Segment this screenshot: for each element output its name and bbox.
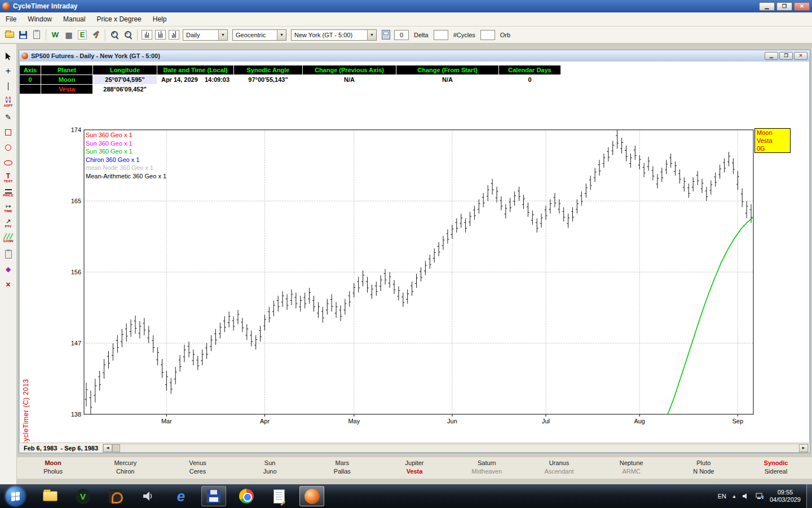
price-tool[interactable]: PRICE <box>1 187 16 199</box>
chart-area[interactable]: 138147156165174MarAprMayJunJulAugSep Sun… <box>20 107 809 443</box>
clock[interactable]: 09:55 04/03/2029 <box>770 489 801 503</box>
pencil-tool[interactable]: ✎ <box>1 111 16 123</box>
time-tool[interactable]: ↦ TIME <box>1 202 16 214</box>
scrollbar-track[interactable] <box>120 444 799 452</box>
delta-field[interactable] <box>434 30 448 40</box>
text-tool[interactable]: T TEXT <box>1 172 16 184</box>
chart-maximize-button[interactable]: ❐ <box>779 52 793 60</box>
cycles-field[interactable] <box>480 30 495 40</box>
menu-window[interactable]: Window <box>22 15 58 23</box>
bar-style-1-button[interactable] <box>140 29 153 41</box>
chart-window-titlebar[interactable]: SP500 Futures - Daily - New York (GT - 5… <box>19 50 810 62</box>
copy-tool[interactable] <box>1 248 16 260</box>
start-button[interactable] <box>6 487 25 506</box>
planet-secondary-name[interactable]: Chiron <box>89 467 161 476</box>
save-button[interactable] <box>16 29 30 41</box>
planet-secondary-name[interactable]: N Node <box>668 467 740 476</box>
taskbar-media-button[interactable]: V <box>70 486 95 506</box>
scroll-right-button[interactable]: ► <box>799 444 808 452</box>
planet-name[interactable]: Uranus <box>523 459 595 467</box>
delete-tool[interactable]: × <box>1 278 16 291</box>
show-desktop-button[interactable] <box>806 484 812 508</box>
ellipse-tool[interactable] <box>1 156 16 169</box>
planet-column[interactable]: SynodicSidereal <box>740 457 812 479</box>
tools-button[interactable] <box>89 29 103 41</box>
taskbar-ie-button[interactable]: e <box>169 486 193 506</box>
planet-secondary-name[interactable]: ARMC <box>595 467 668 476</box>
menu-price-x-degree[interactable]: Price x Degree <box>91 15 147 23</box>
planet-name[interactable]: Mercury <box>89 459 161 467</box>
planet-column[interactable]: SunJuno <box>234 457 306 479</box>
planet-secondary-name[interactable]: Midheaven <box>451 467 523 476</box>
planet-column[interactable]: MercuryChiron <box>89 457 161 479</box>
planet-secondary-name[interactable]: Juno <box>234 467 306 476</box>
period-dropdown[interactable]: Daily ▼ <box>183 29 228 41</box>
planet-column[interactable]: NeptuneARMC <box>595 457 668 479</box>
menu-file[interactable]: File <box>0 15 22 23</box>
tray-network-icon[interactable] <box>756 493 764 500</box>
taskbar-explorer-button[interactable] <box>38 486 63 506</box>
language-indicator[interactable]: EN <box>718 493 726 500</box>
planet-name[interactable]: Venus <box>161 459 233 467</box>
open-button[interactable] <box>3 29 16 41</box>
menu-manual[interactable]: Manual <box>58 15 91 23</box>
bar-style-2-button[interactable] <box>153 29 167 41</box>
taskbar-volume-button[interactable] <box>136 486 161 506</box>
planet-column[interactable]: JupiterVesta <box>378 457 451 479</box>
rectangle-tool[interactable] <box>1 126 16 138</box>
chevron-down-icon[interactable]: ▼ <box>218 30 227 40</box>
planet-secondary-name[interactable]: Ceres <box>161 467 233 476</box>
chevron-down-icon[interactable]: ▼ <box>367 30 376 40</box>
planet-name[interactable]: Synodic <box>740 459 812 467</box>
matrix-button[interactable]: ▦ <box>62 29 76 41</box>
minimize-button[interactable]: ▁ <box>759 2 775 11</box>
gann-tool[interactable]: ╱╱╱ GANN <box>1 233 16 245</box>
planet-name[interactable]: Pluto <box>668 459 740 467</box>
diamond-tool[interactable]: ◆ <box>1 263 16 275</box>
menu-help[interactable]: Help <box>147 15 173 23</box>
zoom-out-button[interactable]: − <box>121 29 135 41</box>
planet-column[interactable]: PlutoN Node <box>668 457 740 479</box>
scroll-left-button[interactable]: ◄ <box>103 444 112 452</box>
taskbar-studio-button[interactable] <box>103 486 128 506</box>
planet-name[interactable]: Neptune <box>595 459 668 467</box>
planet-secondary-name[interactable]: Pholus <box>17 467 89 476</box>
tray-expand-icon[interactable]: ▲ <box>732 494 736 499</box>
taskbar-save-manager-button[interactable] <box>201 486 226 506</box>
tray-speaker-icon[interactable] <box>742 493 750 500</box>
planet-column[interactable]: VenusCeres <box>161 457 233 479</box>
planet-secondary-name[interactable]: Vesta <box>378 467 451 476</box>
zoom-in-button[interactable]: + <box>108 29 121 41</box>
weekly-chart-button[interactable]: W <box>48 29 62 41</box>
close-button[interactable]: ✕ <box>794 2 810 11</box>
maximize-button[interactable]: ❐ <box>776 2 792 11</box>
vertical-line-tool[interactable] <box>1 80 16 93</box>
taskbar-editor-button[interactable] <box>267 486 292 506</box>
aspect-tool[interactable]: ∧∧ ∨∨ ASPT <box>1 95 16 108</box>
planet-column[interactable]: UranusAscendant <box>523 457 595 479</box>
planet-name[interactable]: Sun <box>234 459 306 467</box>
taskbar-cycletimer-button[interactable] <box>299 486 324 506</box>
taskbar-chrome-button[interactable] <box>234 486 259 506</box>
timezone-dropdown[interactable]: New York (GT - 5:00) ▼ <box>291 29 377 41</box>
ephemeris-button[interactable]: E <box>76 29 89 41</box>
circle-tool[interactable] <box>1 141 16 154</box>
crosshair-tool[interactable]: + <box>1 65 16 77</box>
chart-minimize-button[interactable]: ▁ <box>765 52 778 60</box>
planet-name[interactable]: Mars <box>306 459 378 467</box>
planet-secondary-name[interactable]: Sidereal <box>740 467 812 476</box>
planet-secondary-name[interactable]: Ascendant <box>523 467 595 476</box>
planet-column[interactable]: MarsPallas <box>306 457 378 479</box>
calc-field[interactable]: 0 <box>394 30 409 40</box>
chart-close-button[interactable]: ✕ <box>794 52 807 60</box>
planet-name[interactable]: Moon <box>17 459 89 467</box>
planet-column[interactable]: SaturnMidheaven <box>451 457 523 479</box>
planet-name[interactable]: Saturn <box>451 459 523 467</box>
planet-column[interactable]: MoonPholus <box>17 457 89 479</box>
planet-name[interactable]: Jupiter <box>378 459 451 467</box>
planet-secondary-name[interactable]: Pallas <box>306 467 378 476</box>
scrollbar-thumb[interactable] <box>112 444 120 452</box>
system-dropdown[interactable]: Geocentric ▼ <box>232 29 286 41</box>
horizontal-scrollbar[interactable]: ◄ ► <box>103 444 809 453</box>
bar-style-3-button[interactable] <box>167 29 180 41</box>
